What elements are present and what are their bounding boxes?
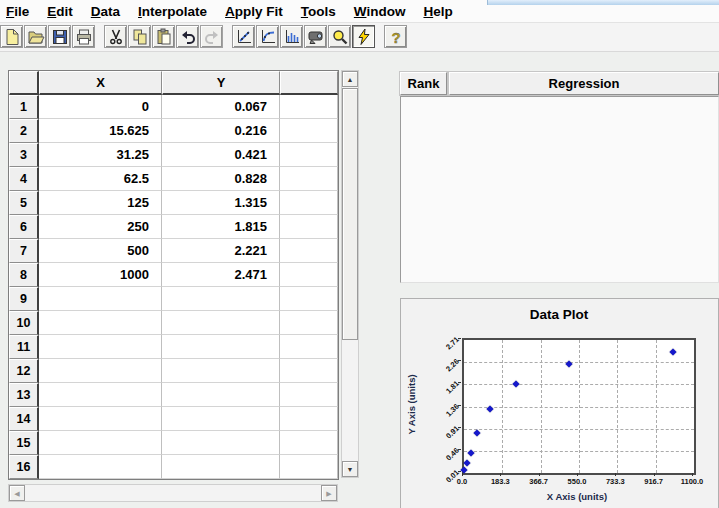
row-header[interactable]: 7 <box>9 239 39 263</box>
row-header[interactable]: 5 <box>9 191 39 215</box>
interpolation-icon[interactable] <box>280 25 303 48</box>
cell-y[interactable] <box>162 407 280 431</box>
cell-x[interactable]: 0 <box>39 95 162 119</box>
cell-x[interactable] <box>39 287 162 311</box>
new-document-icon[interactable] <box>0 25 23 48</box>
cell-extra[interactable] <box>280 455 338 479</box>
copy-icon[interactable] <box>128 25 151 48</box>
menu-item-data[interactable]: Data <box>82 2 129 20</box>
cell-extra[interactable] <box>280 95 338 119</box>
cell-y[interactable]: 2.221 <box>162 239 280 263</box>
cell-x[interactable] <box>39 359 162 383</box>
scroll-up-icon[interactable]: ▲ <box>342 71 358 87</box>
run-fit-icon[interactable] <box>352 25 375 48</box>
cell-y[interactable] <box>162 431 280 455</box>
menu-item-edit[interactable]: Edit <box>38 2 82 20</box>
cell-x[interactable]: 1000 <box>39 263 162 287</box>
cell-y[interactable] <box>162 335 280 359</box>
data-table: XY100.067215.6250.216331.250.421462.50.8… <box>8 70 339 480</box>
row-header[interactable]: 16 <box>9 455 39 479</box>
cell-x[interactable]: 500 <box>39 239 162 263</box>
cell-extra[interactable] <box>280 407 338 431</box>
cell-extra[interactable] <box>280 143 338 167</box>
save-icon[interactable] <box>48 25 71 48</box>
curve-fit-icon[interactable] <box>256 25 279 48</box>
cut-icon[interactable] <box>104 25 127 48</box>
row-header[interactable]: 2 <box>9 119 39 143</box>
menu-item-interpolate[interactable]: Interpolate <box>129 2 216 20</box>
row-header[interactable]: 1 <box>9 95 39 119</box>
menu-item-help[interactable]: Help <box>414 2 461 20</box>
row-header[interactable]: 12 <box>9 359 39 383</box>
cell-y[interactable]: 0.216 <box>162 119 280 143</box>
cell-x[interactable] <box>39 407 162 431</box>
cell-extra[interactable] <box>280 335 338 359</box>
scroll-left-icon[interactable]: ◀ <box>9 485 25 501</box>
cell-extra[interactable] <box>280 263 338 287</box>
cell-x[interactable]: 31.25 <box>39 143 162 167</box>
cell-extra[interactable] <box>280 287 338 311</box>
regression-column-header[interactable]: Regression <box>449 72 719 95</box>
cell-extra[interactable] <box>280 383 338 407</box>
menu-item-window[interactable]: Window <box>345 2 415 20</box>
cell-y[interactable] <box>162 359 280 383</box>
row-header[interactable]: 14 <box>9 407 39 431</box>
plot-area[interactable] <box>462 338 696 475</box>
row-header[interactable]: 9 <box>9 287 39 311</box>
cell-extra[interactable] <box>280 431 338 455</box>
cell-x[interactable]: 125 <box>39 191 162 215</box>
row-header[interactable]: 11 <box>9 335 39 359</box>
cell-x[interactable] <box>39 311 162 335</box>
cell-x[interactable] <box>39 431 162 455</box>
print-icon[interactable] <box>72 25 95 48</box>
menu-item-apply-fit[interactable]: Apply Fit <box>216 2 292 20</box>
cell-extra[interactable] <box>280 239 338 263</box>
cell-y[interactable]: 2.471 <box>162 263 280 287</box>
cell-extra[interactable] <box>280 359 338 383</box>
cell-extra[interactable] <box>280 215 338 239</box>
help-icon[interactable]: ? <box>384 25 407 48</box>
vertical-scroll-thumb[interactable] <box>342 88 358 340</box>
scroll-down-icon[interactable]: ▼ <box>342 461 358 477</box>
open-file-icon[interactable] <box>24 25 47 48</box>
cell-x[interactable] <box>39 383 162 407</box>
cell-extra[interactable] <box>280 119 338 143</box>
row-header[interactable]: 4 <box>9 167 39 191</box>
table-vertical-scrollbar[interactable]: ▲ ▼ <box>341 70 359 478</box>
scroll-right-icon[interactable]: ▶ <box>321 485 337 501</box>
plot-data-icon[interactable] <box>304 25 327 48</box>
cell-y[interactable] <box>162 311 280 335</box>
paste-icon[interactable] <box>152 25 175 48</box>
row-header[interactable]: 3 <box>9 143 39 167</box>
cell-x[interactable]: 62.5 <box>39 167 162 191</box>
y-tick-mark <box>458 360 461 361</box>
cell-y[interactable] <box>162 455 280 479</box>
cell-y[interactable] <box>162 383 280 407</box>
row-header[interactable]: 13 <box>9 383 39 407</box>
row-header[interactable]: 6 <box>9 215 39 239</box>
row-header[interactable]: 8 <box>9 263 39 287</box>
cell-y[interactable]: 0.828 <box>162 167 280 191</box>
cell-x[interactable] <box>39 335 162 359</box>
cell-y[interactable]: 1.815 <box>162 215 280 239</box>
undo-icon[interactable] <box>176 25 199 48</box>
cell-y[interactable]: 0.421 <box>162 143 280 167</box>
cell-extra[interactable] <box>280 191 338 215</box>
menu-item-file[interactable]: File <box>0 2 38 20</box>
linear-fit-icon[interactable] <box>232 25 255 48</box>
menu-item-tools[interactable]: Tools <box>292 2 345 20</box>
row-header[interactable]: 10 <box>9 311 39 335</box>
cell-extra[interactable] <box>280 311 338 335</box>
cell-y[interactable]: 0.067 <box>162 95 280 119</box>
cell-x[interactable]: 15.625 <box>39 119 162 143</box>
cell-x[interactable] <box>39 455 162 479</box>
row-header[interactable]: 15 <box>9 431 39 455</box>
table-horizontal-scrollbar[interactable]: ◀ ▶ <box>8 484 338 502</box>
cell-y[interactable] <box>162 287 280 311</box>
cell-extra[interactable] <box>280 167 338 191</box>
cell-y[interactable]: 1.315 <box>162 191 280 215</box>
cell-x[interactable]: 250 <box>39 215 162 239</box>
regression-results-list[interactable] <box>400 96 719 283</box>
rank-column-header[interactable]: Rank <box>400 72 447 95</box>
curve-finder-icon[interactable] <box>328 25 351 48</box>
